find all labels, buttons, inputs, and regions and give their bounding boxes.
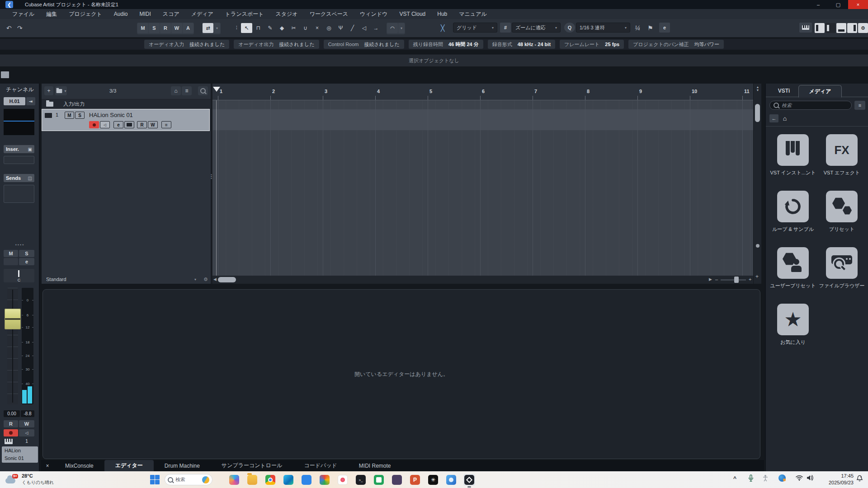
track-filter-icon[interactable]: ≡ (182, 86, 192, 95)
status-item-6[interactable]: フレームレート25 fps (560, 40, 624, 49)
channel-track-name[interactable]: HALion Sonic 01 (2, 446, 38, 463)
ime-language-icon[interactable] (778, 474, 786, 482)
channel-export-icon[interactable]: ⇥ (26, 97, 35, 105)
media-home-icon[interactable]: ⌂ (780, 114, 789, 122)
edge-icon[interactable] (283, 474, 294, 486)
sends-button[interactable]: Sends ◫ (4, 174, 34, 182)
project-handle[interactable] (1, 71, 9, 78)
automation-button-s[interactable]: S (149, 23, 160, 33)
scroll-left-icon[interactable]: ◀ (213, 277, 217, 282)
lower-zone-toggle[interactable] (836, 23, 846, 33)
timeline-ruler[interactable]: 1234567891011 (212, 84, 753, 100)
media-tile-user-preset[interactable]: ユーザープリセット (769, 247, 817, 289)
zoom-out-icon[interactable]: – (715, 277, 718, 282)
snap-icon[interactable]: ╳ (441, 23, 444, 33)
track-visibility-icon[interactable]: ⌂ (171, 86, 181, 95)
copilot-icon[interactable] (228, 474, 240, 486)
channel-solo-button[interactable]: S (19, 250, 34, 257)
status-item-2[interactable]: オーディオ出力接続されました (234, 40, 319, 49)
automation-button-m[interactable]: M (137, 23, 148, 33)
erase-tool[interactable]: ◆ (276, 23, 288, 33)
channel-grip[interactable]: •••• (0, 243, 40, 247)
track-preset-button[interactable]: ▾ (55, 86, 67, 95)
wifi-icon[interactable] (796, 475, 803, 481)
track-write-button[interactable]: W (148, 121, 158, 128)
media-tile-file-browser[interactable]: ファイルブラウザー (817, 247, 866, 289)
track-record-button[interactable] (89, 121, 99, 128)
editor-tab-4[interactable]: サンプラーコントロール (211, 460, 293, 471)
channel-monitor-button[interactable]: ◁ (19, 429, 34, 436)
terminal-icon[interactable]: >_ (355, 474, 367, 486)
inserts-button[interactable]: Inser. ▣ (4, 145, 34, 153)
taskbar-search-input[interactable]: 検索 (165, 474, 212, 485)
chrome-icon[interactable] (264, 474, 276, 486)
weather-description[interactable]: くもりのち晴れ (22, 479, 54, 486)
tray-chevron-icon[interactable]: ^ (733, 475, 736, 482)
split-tool[interactable]: ✂ (288, 23, 299, 33)
editor-tab-5[interactable]: コードパッド (293, 460, 348, 471)
track-solo-button[interactable]: S (75, 112, 85, 119)
fader-cap[interactable] (5, 309, 21, 329)
menu-item-3[interactable]: プロジェクト (63, 10, 108, 18)
powerpoint-icon[interactable]: P (409, 474, 421, 486)
media-tile-star[interactable]: ★お気に入り (769, 304, 817, 346)
play-tool[interactable]: ◁ (359, 23, 370, 33)
menu-item-9[interactable]: スタジオ (270, 10, 304, 18)
file-explorer-icon[interactable] (246, 474, 258, 486)
status-item-3[interactable]: Control Room接続されました (324, 40, 404, 49)
track-lanes-button[interactable]: ≡ (161, 121, 171, 128)
peak-value[interactable]: -8.8 (21, 410, 34, 417)
volume-icon[interactable] (807, 475, 814, 481)
weather-icon[interactable]: 9+ (5, 474, 18, 485)
automation-button-a[interactable]: A (183, 23, 193, 33)
media-tile-piano[interactable]: VST インスト...ント (769, 134, 817, 176)
undo-icon[interactable]: ↶ (6, 23, 12, 33)
menu-item-7[interactable]: メディア (185, 10, 219, 18)
weather-temperature[interactable]: 28°C (22, 473, 33, 479)
menu-item-5[interactable]: MIDI (134, 11, 157, 17)
channel-write-button[interactable]: W (19, 420, 34, 427)
menu-item-1[interactable]: ファイル (6, 10, 40, 18)
hand-tool[interactable]: Ψ (335, 23, 346, 33)
microphone-icon[interactable] (748, 474, 754, 482)
quantize-icon[interactable]: Q (564, 23, 575, 33)
minimize-button[interactable]: – (808, 0, 828, 9)
line-tool[interactable]: ╱ (347, 23, 358, 33)
vertical-scrollbar[interactable]: ▲▼ + (753, 84, 761, 284)
auto-punch-icon[interactable]: ⇄ (203, 23, 213, 33)
grid-icon[interactable]: # (500, 23, 511, 33)
zoom-slider-handle[interactable] (734, 277, 739, 283)
taskbar-clock[interactable]: 17:45 2025/09/23 (816, 473, 854, 486)
channel-routing-display[interactable] (4, 109, 34, 135)
automation-button-r[interactable]: R (160, 23, 171, 33)
scroll-right-icon[interactable]: ▶ (709, 277, 712, 282)
left-zone-toggle[interactable] (815, 23, 825, 33)
track-edit-button[interactable]: e (113, 121, 123, 128)
media-search-input[interactable]: 検索 (769, 101, 852, 110)
arrow-tool[interactable]: → (370, 23, 382, 33)
channel-name-button[interactable]: H.01 (4, 97, 25, 105)
media-tile-fx[interactable]: FXVST エフェクト (817, 134, 866, 176)
zone-preset-dropdown[interactable]: ▾ (194, 277, 196, 282)
right-zone-toggle[interactable] (847, 23, 857, 33)
zone-preset-label[interactable]: Standard (46, 277, 66, 282)
vertical-scroll-thumb[interactable] (755, 104, 760, 122)
project-cursor-handle[interactable] (213, 87, 220, 92)
arrange-area[interactable] (212, 100, 753, 276)
horizontal-scroll-thumb[interactable] (218, 277, 236, 282)
vertical-zoom-plus[interactable]: + (755, 273, 759, 280)
zoom-tool[interactable]: ◎ (323, 23, 335, 33)
zoom-dot-handle[interactable] (756, 244, 760, 248)
close-button[interactable]: × (848, 0, 868, 9)
fader-value[interactable]: 0.00 (4, 410, 20, 417)
horizontal-scrollbar[interactable]: ◀ ▶ – + (212, 276, 753, 284)
window-layout-setup-icon[interactable]: ⚙ (858, 23, 868, 33)
curve-dropdown[interactable]: ▾ (398, 23, 405, 33)
auto-punch-dropdown[interactable]: ▾ (214, 23, 220, 33)
media-back-icon[interactable]: ← (769, 114, 778, 122)
grid-type-dropdown[interactable]: グリッド▾ (453, 23, 497, 33)
zone-settings-gear-icon[interactable]: ⚙ (203, 277, 208, 282)
io-folder-track[interactable]: 入力/出力 (42, 99, 211, 109)
flag-icon[interactable]: ⚑ (647, 23, 653, 33)
quantize-panel-button[interactable]: e (659, 23, 670, 33)
